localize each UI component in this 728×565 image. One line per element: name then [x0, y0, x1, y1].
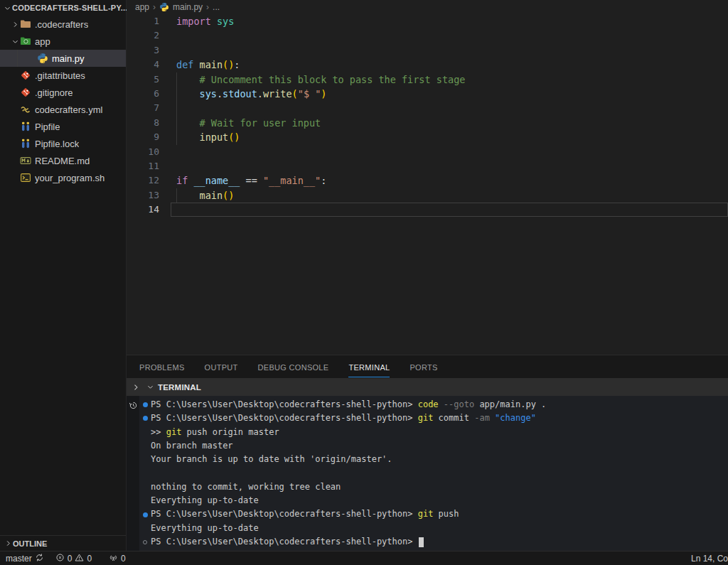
code-token: () [228, 131, 240, 143]
error-count: 0 [68, 554, 73, 564]
terminal-line: Your branch is up to date with 'origin/m… [139, 453, 728, 466]
command-decoration-success[interactable] [139, 416, 151, 421]
code-line-13: 13 main() [127, 188, 728, 203]
code-line-10: 10 [127, 145, 728, 159]
git-branch-status[interactable]: master [6, 553, 44, 564]
code-token: # Wait for user input [200, 117, 321, 129]
vscode-window: CODECRAFTERS-SHELL-PY... .codecraftersap… [0, 0, 728, 565]
terminal-token: PS C:\Users\User\Desktop\codecrafters-sh… [151, 411, 418, 425]
outline-label: OUTLINE [13, 539, 47, 548]
code-token: == [240, 175, 263, 186]
outline-section-header[interactable]: OUTLINE [0, 535, 126, 551]
terminal-token: Your branch is up to date with 'origin/m… [151, 453, 392, 466]
terminal-token: >> [151, 426, 166, 439]
line-number: 14 [127, 203, 159, 217]
folder-icon [20, 18, 31, 30]
indent-guide [176, 116, 177, 130]
warning-icon [75, 553, 84, 564]
error-icon [55, 553, 65, 564]
problems-status[interactable]: 0 0 [55, 553, 92, 564]
line-number: 2 [127, 28, 159, 43]
terminal-token: PS C:\Users\User\Desktop\codecrafters-sh… [151, 507, 418, 521]
terminal-dropdown[interactable]: TERMINAL [145, 382, 201, 392]
indent-guide [176, 72, 177, 87]
terminal-token: git [166, 426, 182, 439]
markdown-icon [20, 155, 31, 166]
code-editor[interactable]: 1import sys234def main():5 # Uncomment t… [127, 14, 728, 355]
shell-icon [20, 172, 31, 183]
ports-status[interactable]: 0 [109, 553, 126, 564]
pip-icon [20, 121, 31, 132]
panel-tab-output[interactable]: OUTPUT [195, 355, 248, 378]
code-line-7: 7 [127, 101, 728, 115]
line-number: 11 [127, 159, 159, 173]
tree-item-codecrafters-yml[interactable]: codecrafters.yml [0, 101, 126, 118]
panel-tab-debug-console[interactable]: DEBUG CONSOLE [248, 355, 339, 378]
terminal-token: PS C:\Users\User\Desktop\codecrafters-sh… [151, 535, 418, 549]
tree-item-app[interactable]: app [0, 33, 126, 50]
terminal-line: PS C:\Users\User\Desktop\codecrafters-sh… [139, 411, 728, 425]
code-line-9: 9 input() [127, 130, 728, 144]
code-line-text [159, 43, 176, 58]
chevron-right-icon[interactable] [127, 383, 145, 392]
code-token [193, 59, 199, 70]
chevron-spacer [10, 139, 20, 149]
terminal-content[interactable]: PS C:\Users\User\Desktop\codecrafters-sh… [139, 396, 728, 551]
breadcrumb-folder[interactable]: app [135, 2, 149, 12]
breadcrumb: app › main.py › ... [127, 0, 728, 14]
code-token: def [176, 59, 193, 70]
code-token [176, 74, 200, 85]
panel-tab-label: TERMINAL [348, 357, 390, 377]
tree-item--gitattributes[interactable]: .gitattributes [0, 67, 126, 84]
code-line-text: def main(): [159, 58, 240, 72]
tree-item-label: .codecrafters [35, 19, 88, 30]
breadcrumb-overflow[interactable]: ... [213, 2, 220, 12]
main-area: CODECRAFTERS-SHELL-PY... .codecraftersap… [0, 0, 728, 551]
terminal-line: >> git push origin master [139, 426, 728, 439]
tree-item-pipfile[interactable]: Pipfile [0, 118, 126, 135]
terminal-gutter [127, 396, 139, 551]
panel-tab-bar: PROBLEMSOUTPUTDEBUG CONSOLETERMINALPORTS [127, 355, 728, 378]
tree-item--gitignore[interactable]: .gitignore [0, 84, 126, 101]
history-icon[interactable] [129, 399, 138, 413]
terminal-header-label: TERMINAL [158, 383, 201, 392]
command-success-dot [143, 512, 148, 517]
tree-item-pipfile-lock[interactable]: Pipfile.lock [0, 135, 126, 152]
panel-tab-label: PROBLEMS [139, 357, 185, 377]
command-decoration-success[interactable] [139, 402, 151, 407]
terminal-area[interactable]: PS C:\Users\User\Desktop\codecrafters-sh… [127, 396, 728, 551]
indent-guide [176, 87, 177, 101]
terminal-token: --goto [439, 398, 475, 411]
tree-item--codecrafters[interactable]: .codecrafters [0, 16, 126, 33]
command-decoration-pending[interactable] [139, 540, 151, 544]
tree-item-readme-md[interactable]: README.md [0, 152, 126, 169]
bottom-panel: PROBLEMSOUTPUTDEBUG CONSOLETERMINALPORTS… [127, 355, 728, 551]
panel-tab-problems[interactable]: PROBLEMS [129, 355, 195, 378]
cursor-position-status[interactable]: Ln 14, Co [691, 554, 728, 564]
python-icon [37, 53, 48, 64]
line-number: 13 [127, 188, 159, 203]
panel-tab-label: OUTPUT [205, 357, 238, 377]
tree-item-main-py[interactable]: main.py [0, 50, 126, 67]
chevron-spacer [10, 122, 20, 131]
terminal-token: Everything up-to-date [151, 522, 259, 535]
app-folder-icon [20, 36, 31, 47]
command-decoration-success[interactable] [139, 512, 151, 517]
terminal-token: git [418, 507, 434, 521]
terminal-token: commit [433, 411, 469, 425]
panel-tab-ports[interactable]: PORTS [400, 355, 447, 378]
code-token [176, 88, 200, 99]
panel-tab-terminal[interactable]: TERMINAL [338, 355, 400, 378]
code-token: . [217, 88, 223, 99]
explorer-root-label: CODECRAFTERS-SHELL-PY... [12, 4, 127, 12]
code-token [211, 16, 217, 27]
code-token [176, 131, 200, 143]
line-number: 1 [127, 14, 159, 28]
tree-item-your-program-sh[interactable]: your_program.sh [0, 169, 126, 186]
sidebar-spacer [0, 186, 126, 535]
chevron-spacer [10, 70, 20, 80]
code-token: main [200, 59, 223, 70]
terminal-token: push [433, 507, 459, 521]
breadcrumb-file[interactable]: main.py [173, 2, 203, 12]
explorer-root-header[interactable]: CODECRAFTERS-SHELL-PY... [0, 0, 126, 16]
